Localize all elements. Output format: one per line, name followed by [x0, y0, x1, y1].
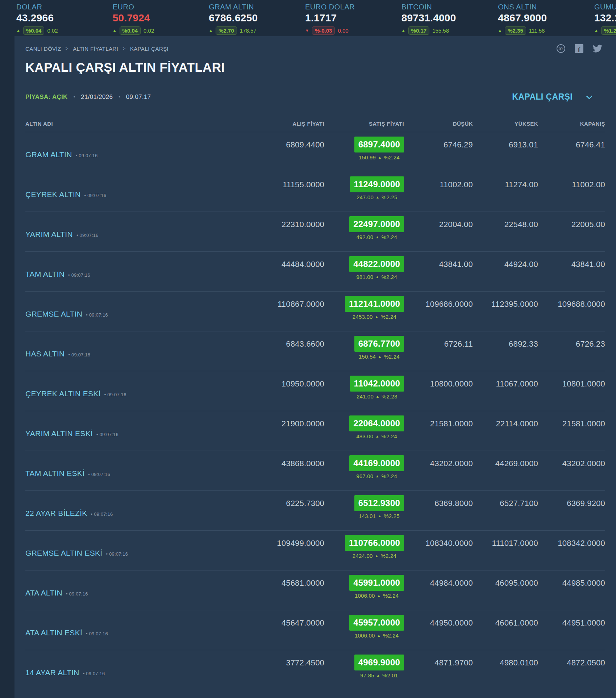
high-price: 112395.0000: [473, 292, 538, 331]
whatsapp-icon[interactable]: ✆: [557, 44, 565, 53]
social-icons: ✆ f: [557, 44, 602, 53]
change-indicator: 483.00 ▲ %2.24: [356, 433, 397, 439]
table-row[interactable]: ATA ALTIN ESKİ • 09:07:16 45647.0000 459…: [25, 610, 605, 650]
ticker-pct-badge: %-0.03: [312, 26, 335, 35]
ticker-item[interactable]: EURO DOLAR 1.1717 ▼ %-0.03 0.00: [305, 3, 359, 35]
table-row[interactable]: TAM ALTIN • 09:07:16 44484.0000 44822.00…: [25, 251, 605, 291]
table-row[interactable]: GRAM ALTIN • 09:07:16 6809.4400 6897.400…: [25, 132, 605, 172]
market-time: 09:07:17: [126, 93, 151, 101]
buy-price: 11155.0000: [203, 172, 324, 212]
gold-name-link[interactable]: YARIM ALTIN ESKİ: [25, 429, 93, 438]
high-price: 46095.0000: [473, 570, 538, 610]
table-row[interactable]: ATA ALTIN • 09:07:16 45681.0000 45991.00…: [25, 570, 605, 610]
high-price: 44924.00: [473, 252, 538, 291]
ticker-item[interactable]: ONS ALTIN 4867.9000 ▲ %2.35 111.58: [498, 3, 552, 35]
sell-price-badge: 45957.0000: [349, 615, 404, 631]
market-select-dropdown[interactable]: KAPALI ÇARŞI: [512, 92, 591, 102]
change-percent: %2.01: [382, 672, 398, 678]
table-row[interactable]: YARIM ALTIN ESKİ • 09:07:16 21900.0000 2…: [25, 411, 605, 451]
change-indicator: 981.00 ▲ %2.24: [356, 274, 397, 280]
buy-price: 3772.4500: [203, 650, 324, 690]
high-price: 46061.0000: [473, 610, 538, 650]
low-price: 22004.00: [404, 212, 473, 251]
ticker-pct-badge: %0.17: [408, 26, 430, 35]
ticker-label: ONS ALTIN: [498, 3, 552, 11]
change-amount: 483.00: [356, 433, 373, 439]
row-timestamp: • 09:07:16: [86, 312, 108, 318]
ticker-pct-badge: %0.04: [120, 26, 141, 35]
up-arrow-icon: ▲: [377, 634, 381, 638]
low-price: 4871.9700: [404, 650, 473, 690]
table-row[interactable]: HAS ALTIN • 09:07:16 6843.6600 6876.7700…: [25, 331, 605, 371]
gold-name-link[interactable]: TAM ALTIN: [25, 270, 64, 279]
breadcrumb-item[interactable]: CANLI DÖVİZ: [25, 46, 61, 52]
gold-name-link[interactable]: ATA ALTIN ESKİ: [25, 628, 82, 637]
ticker-diff: 155.58: [432, 28, 449, 34]
change-percent: %2.24: [381, 433, 397, 439]
row-time-value: 09:07:16: [109, 551, 128, 557]
gold-name-link[interactable]: GRAM ALTIN: [25, 150, 72, 159]
ticker-pct-badge: %2.35: [505, 26, 526, 35]
buy-price: 6809.4400: [203, 132, 324, 172]
close-price: 44951.0000: [538, 610, 605, 650]
table-row[interactable]: TAM ALTIN ESKİ • 09:07:16 43868.0000 441…: [25, 451, 605, 490]
row-timestamp: • 09:07:16: [84, 193, 107, 198]
change-amount: 247.00: [357, 194, 374, 200]
ticker-label: GUMUŞ: [594, 3, 616, 11]
gold-name-link[interactable]: 14 AYAR ALTIN: [25, 668, 79, 677]
table-row[interactable]: 14 AYAR ALTIN • 09:07:16 3772.4500 4969.…: [25, 650, 605, 690]
change-indicator: 150.99 ▲ %2.24: [359, 154, 400, 160]
ticker-change: ▲ %0.04 0.02: [113, 26, 167, 35]
up-arrow-icon: ▲: [377, 594, 381, 598]
gold-name-link[interactable]: YARIM ALTIN: [25, 230, 73, 239]
breadcrumb-item[interactable]: ALTIN FİYATLARI: [73, 46, 118, 52]
gold-name-link[interactable]: GREMSE ALTIN ESKİ: [25, 549, 102, 557]
change-indicator: 1006.00 ▲ %2.24: [355, 632, 399, 639]
ticker-label: EURO DOLAR: [305, 3, 359, 11]
gold-name-link[interactable]: ATA ALTIN: [25, 589, 62, 597]
up-arrow-icon: ▲: [375, 235, 379, 239]
buy-price: 110867.0000: [203, 292, 324, 331]
ticker-item[interactable]: DOLAR 43.2966 ▲ %0.04 0.02: [16, 3, 71, 35]
buy-price: 6225.7300: [203, 491, 324, 530]
ticker-pct-badge: %0.04: [23, 26, 45, 35]
ticker-value: 43.2966: [16, 12, 71, 24]
table-row[interactable]: GREMSE ALTIN • 09:07:16 110867.0000 1121…: [25, 291, 605, 331]
ticker-item[interactable]: GUMUŞ 132.11 ▲ %1.26 1: [594, 3, 616, 35]
table-row[interactable]: GREMSE ALTIN ESKİ • 09:07:16 109499.0000…: [25, 530, 605, 570]
up-arrow-icon: ▲: [376, 195, 379, 199]
ticker-item[interactable]: BITCOIN 89731.4000 ▲ %0.17 155.58: [401, 3, 456, 35]
gold-name-link[interactable]: ÇEYREK ALTIN ESKİ: [25, 389, 101, 398]
table-row[interactable]: YARIM ALTIN • 09:07:16 22310.0000 22497.…: [25, 212, 605, 251]
gold-name-link[interactable]: TAM ALTIN ESKİ: [25, 469, 84, 478]
ticker-value: 6786.6250: [209, 12, 263, 24]
low-price: 43841.00: [404, 252, 473, 291]
up-arrow-icon: ▲: [375, 554, 378, 558]
high-price: 22114.0000: [473, 411, 538, 451]
gold-name-link[interactable]: HAS ALTIN: [25, 350, 65, 358]
ticker-diff: 0.02: [143, 28, 154, 34]
row-time-value: 09:07:16: [89, 312, 108, 318]
gold-name-link[interactable]: GREMSE ALTIN: [25, 310, 82, 318]
sell-price-badge: 110766.0000: [345, 535, 404, 551]
twitter-icon[interactable]: [593, 45, 602, 53]
change-indicator: 1006.00 ▲ %2.24: [355, 593, 399, 599]
ticker-item[interactable]: GRAM ALTIN 6786.6250 ▲ %2.70 178.57: [209, 3, 263, 35]
up-arrow-icon: ▲: [375, 474, 379, 478]
row-time-value: 09:07:16: [71, 272, 90, 278]
table-row[interactable]: 22 AYAR BİLEZİK • 09:07:16 6225.7300 651…: [25, 490, 605, 530]
close-price: 6746.41: [538, 132, 605, 172]
change-amount: 2453.00: [353, 314, 373, 320]
gold-name-link[interactable]: 22 AYAR BİLEZİK: [25, 509, 87, 518]
up-arrow-icon: ▲: [375, 434, 379, 438]
ticker-value: 89731.4000: [401, 12, 456, 24]
gold-name-link[interactable]: ÇEYREK ALTIN: [25, 190, 81, 199]
table-row[interactable]: ÇEYREK ALTIN • 09:07:16 11155.0000 11249…: [25, 172, 605, 212]
table-row[interactable]: ÇEYREK ALTIN ESKİ • 09:07:16 10950.0000 …: [25, 371, 605, 411]
facebook-icon[interactable]: f: [575, 44, 583, 53]
high-price: 11067.0000: [473, 371, 538, 411]
row-time-value: 09:07:16: [87, 193, 106, 198]
ticker-item[interactable]: EURO 50.7924 ▲ %0.04 0.02: [113, 3, 167, 35]
breadcrumb-item[interactable]: KAPALI ÇARŞI: [130, 46, 168, 52]
sell-price-badge: 45991.0000: [349, 575, 404, 591]
